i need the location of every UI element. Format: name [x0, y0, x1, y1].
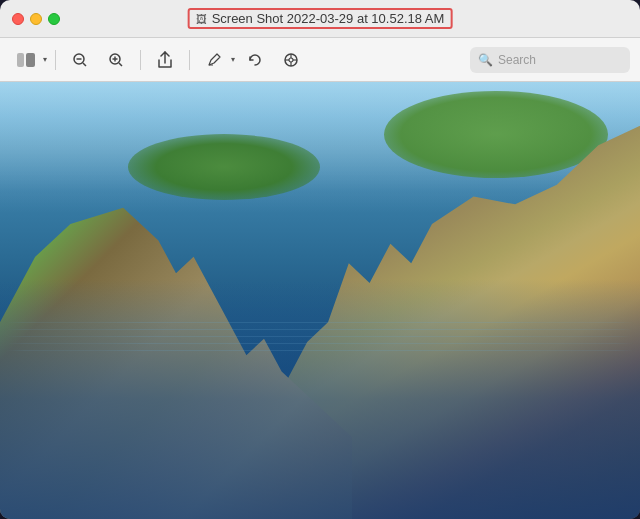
search-box[interactable]: 🔍 [470, 47, 630, 73]
view-toggle-group: ▾ [10, 46, 47, 74]
titlebar: 🖼 Screen Shot 2022-03-29 at 10.52.18 AM [0, 0, 640, 38]
zoom-out-button[interactable] [64, 46, 96, 74]
location-button[interactable] [275, 46, 307, 74]
coastal-image [0, 82, 640, 519]
file-icon: 🖼 [196, 13, 207, 25]
zoom-in-button[interactable] [100, 46, 132, 74]
share-button[interactable] [149, 46, 181, 74]
zoom-out-icon [72, 52, 88, 68]
image-area [0, 82, 640, 519]
svg-rect-0 [17, 53, 24, 67]
close-button[interactable] [12, 13, 24, 25]
rotate-icon [247, 52, 263, 68]
markup-chevron-icon[interactable]: ▾ [231, 55, 235, 64]
water-line-5 [0, 350, 640, 351]
markup-group: ▾ [198, 46, 235, 74]
view-toggle-chevron-icon[interactable]: ▾ [43, 55, 47, 64]
preview-window: 🖼 Screen Shot 2022-03-29 at 10.52.18 AM … [0, 0, 640, 519]
share-icon [157, 51, 173, 69]
view-toggle-button[interactable] [10, 46, 42, 74]
toolbar-divider-2 [140, 50, 141, 70]
svg-point-11 [289, 58, 293, 62]
svg-line-4 [83, 63, 86, 66]
markup-icon [206, 52, 222, 68]
sidebar-toggle-icon [17, 53, 35, 67]
maximize-button[interactable] [48, 13, 60, 25]
search-input[interactable] [498, 53, 622, 67]
toolbar: ▾ [0, 38, 640, 82]
water-line-3 [0, 336, 640, 337]
rotate-button[interactable] [239, 46, 271, 74]
markup-button[interactable] [198, 46, 230, 74]
svg-line-8 [119, 63, 122, 66]
toolbar-divider-3 [189, 50, 190, 70]
water-lines [0, 322, 640, 519]
window-title-area: 🖼 Screen Shot 2022-03-29 at 10.52.18 AM [188, 8, 453, 29]
toolbar-divider-1 [55, 50, 56, 70]
svg-rect-1 [26, 53, 35, 67]
vegetation-left [128, 134, 320, 200]
window-title: Screen Shot 2022-03-29 at 10.52.18 AM [212, 11, 445, 26]
vegetation-right [384, 91, 608, 178]
location-icon [283, 52, 299, 68]
water-line-1 [0, 322, 640, 323]
minimize-button[interactable] [30, 13, 42, 25]
water-line-4 [0, 343, 640, 344]
traffic-lights [12, 13, 60, 25]
zoom-in-icon [108, 52, 124, 68]
water-line-2 [0, 329, 640, 330]
search-icon: 🔍 [478, 53, 493, 67]
